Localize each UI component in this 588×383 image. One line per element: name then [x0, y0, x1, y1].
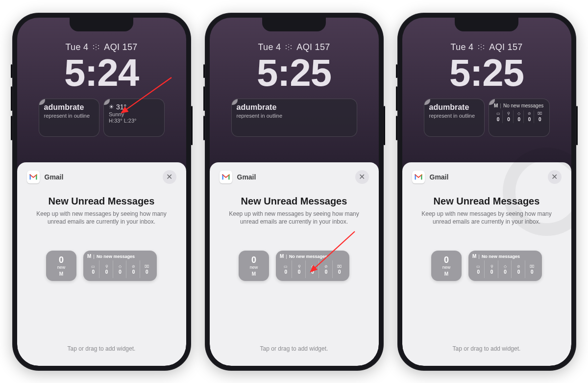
sheet-description: Keep up with new messages by seeing how …	[31, 210, 172, 227]
widget-option-small[interactable]: 0newM	[46, 251, 76, 281]
widget-category-cell: ⌧0	[141, 260, 153, 278]
gmail-glyph-icon: M	[472, 254, 476, 259]
category-icon: ⌧	[337, 264, 342, 269]
category-count: 0	[298, 269, 301, 275]
widget-head-text: No new messages	[97, 254, 135, 259]
gmail-glyph-icon: M	[87, 254, 91, 259]
widget-category-cell: ◇0	[515, 110, 524, 123]
widget-category-cell: ▭0	[472, 260, 485, 278]
unread-count: 0	[444, 255, 449, 264]
category-icon: ⌧	[538, 111, 542, 116]
gmail-glyph-icon: M	[59, 271, 63, 277]
phone-screen: Tue 4AQI 1575:24−adumbraterepresent in o…	[17, 18, 186, 366]
category-count: 0	[490, 269, 493, 275]
widget-option-small[interactable]: 0newM	[239, 251, 269, 281]
category-count: 0	[531, 269, 534, 275]
lock-screen-widget-row[interactable]: −adumbraterepresent in outline−☀︎31°Sunn…	[29, 99, 174, 137]
category-count: 0	[477, 269, 480, 275]
widget-option-large[interactable]: M | No new messages▭0⚲0◇0⊘0⌧0	[468, 251, 542, 281]
widget-category-cell: ⚲0	[100, 260, 113, 278]
widget-category-cell: ◇0	[307, 260, 319, 278]
gmail-widget[interactable]: −M|No new messages▭0⚲0◇0⊘0⌧0	[489, 99, 550, 137]
weather-hilo: H:33° L:23°	[109, 118, 159, 124]
category-icon: ▭	[476, 264, 480, 269]
phone-notch	[455, 18, 518, 31]
widget-option-large[interactable]: M | No new messages▭0⚲0◇0⊘0⌧0	[276, 251, 349, 281]
gmail-glyph-icon: M	[280, 254, 284, 259]
widget-picker-sheet: Gmail✕New Unread MessagesKeep up with ne…	[210, 162, 379, 366]
dictionary-definition: represent in outline	[44, 113, 95, 119]
close-button[interactable]: ✕	[355, 170, 369, 184]
sheet-description: Keep up with new messages by seeing how …	[416, 210, 558, 227]
widget-category-cell: ◇0	[499, 260, 512, 278]
widget-category-cell: ⌧0	[334, 260, 345, 278]
category-icon: ⊘	[132, 264, 135, 269]
category-icon: ⌧	[145, 264, 149, 269]
weather-widget[interactable]: −☀︎31°SunnyH:33° L:23°	[103, 99, 165, 137]
phone-frame: Tue 4AQI 1575:25−adumbraterepresent in o…	[205, 13, 384, 371]
sheet-hint: Tap or drag to add widget.	[412, 338, 562, 356]
sheet-title: New Unread Messages	[220, 196, 369, 207]
category-count: 0	[504, 269, 507, 275]
dictionary-widget[interactable]: −adumbraterepresent in outline	[231, 99, 357, 137]
widget-category-cell: ⊘0	[525, 110, 534, 123]
unread-label: new	[57, 265, 66, 270]
category-icon: ◇	[119, 264, 122, 269]
lock-screen-clock[interactable]: 5:25	[221, 53, 367, 92]
category-icon: ⚲	[507, 111, 510, 116]
widget-category-cell: ⌧0	[526, 260, 538, 278]
category-count: 0	[132, 269, 135, 275]
widget-option-large[interactable]: M | No new messages▭0⚲0◇0⊘0⌧0	[83, 251, 157, 281]
gmail-widget-head: No new messages	[503, 103, 543, 108]
dictionary-definition: represent in outline	[237, 113, 352, 119]
unread-label: new	[442, 265, 451, 270]
widget-category-cell: ◇0	[114, 260, 126, 278]
gmail-glyph-icon: M	[494, 103, 498, 108]
phone-notch	[262, 18, 326, 31]
sheet-title: New Unread Messages	[27, 196, 176, 207]
sheet-app-name: Gmail	[430, 173, 449, 181]
category-count: 0	[146, 269, 148, 275]
sheet-hint: Tap or drag to add widget.	[27, 338, 176, 356]
lock-screen-widget-row[interactable]: −adumbraterepresent in outline	[221, 99, 367, 137]
dictionary-word: adumbrate	[429, 103, 480, 112]
category-count: 0	[119, 269, 122, 275]
widget-picker-sheet: Gmail✕New Unread MessagesKeep up with ne…	[17, 162, 186, 366]
category-count: 0	[517, 117, 520, 122]
category-icon: ⚲	[298, 264, 301, 269]
sun-icon: ☀︎	[109, 103, 114, 110]
category-icon: ⌧	[530, 264, 534, 269]
category-icon: ⚲	[105, 264, 108, 269]
close-button[interactable]: ✕	[548, 170, 562, 184]
close-button[interactable]: ✕	[163, 170, 176, 184]
close-icon: ✕	[359, 172, 365, 181]
category-count: 0	[497, 117, 500, 122]
lock-screen-clock[interactable]: 5:25	[414, 53, 560, 92]
gmail-app-icon	[412, 171, 425, 183]
category-count: 0	[507, 117, 510, 122]
category-count: 0	[338, 269, 341, 275]
dictionary-widget[interactable]: −adumbraterepresent in outline	[424, 99, 485, 137]
gmail-glyph-icon: M	[444, 271, 448, 277]
widget-picker-sheet: Gmail✕New Unread MessagesKeep up with ne…	[402, 162, 571, 366]
widget-head-text: No new messages	[289, 254, 327, 259]
unread-count: 0	[251, 255, 256, 264]
weather-condition: Sunny	[109, 111, 159, 117]
phone-screen: Tue 4AQI 1575:25−adumbraterepresent in o…	[402, 18, 571, 366]
phone-notch	[70, 18, 133, 31]
category-icon: ◇	[504, 264, 507, 269]
dictionary-widget[interactable]: −adumbraterepresent in outline	[39, 99, 100, 137]
lock-screen-widget-row[interactable]: −adumbraterepresent in outline−M|No new …	[414, 99, 560, 137]
sheet-hint: Tap or drag to add widget.	[220, 338, 369, 356]
widget-category-cell: ⚲0	[486, 260, 498, 278]
category-icon: ⊘	[324, 264, 328, 269]
category-icon: ⊘	[517, 264, 520, 269]
close-icon: ✕	[551, 172, 558, 181]
dictionary-word: adumbrate	[237, 103, 352, 112]
lock-screen-clock[interactable]: 5:24	[29, 53, 174, 92]
widget-category-cell: ▭0	[280, 260, 292, 278]
category-count: 0	[311, 269, 314, 275]
widget-category-cell: ⌧0	[536, 110, 544, 123]
widget-option-small[interactable]: 0newM	[431, 251, 462, 281]
category-count: 0	[284, 269, 287, 275]
